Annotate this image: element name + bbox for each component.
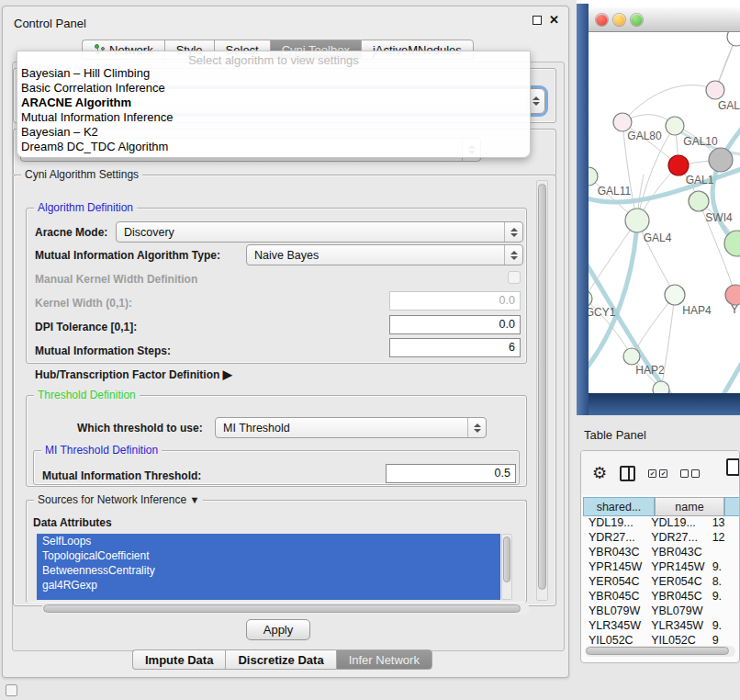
mi-type-combo[interactable]: Naive Bayes: [246, 244, 523, 265]
table-cell[interactable]: YDL19...: [645, 516, 706, 531]
table-row[interactable]: YBR043CYBR043C: [583, 546, 739, 560]
scrollbar-thumb[interactable]: [503, 536, 510, 582]
algorithm-option[interactable]: Bayesian – Hill Climbing: [17, 66, 530, 81]
table-cell[interactable]: YPR145W: [645, 560, 706, 575]
list-vertical-scrollbar[interactable]: [501, 534, 512, 600]
aracne-mode-value: Discovery: [124, 226, 174, 239]
network-node-gcy1[interactable]: [589, 290, 592, 307]
network-node-label: HAP4: [682, 304, 712, 317]
aracne-mode-combo[interactable]: Discovery: [116, 221, 523, 243]
list-item[interactable]: SelfLoops: [37, 534, 500, 548]
table-cell[interactable]: YBR043C: [583, 546, 645, 560]
network-canvas[interactable]: GALGAL80GAL10GAL1GAL11SWI4GAL4GCY1HAP4YH…: [589, 32, 740, 393]
table-row[interactable]: YDR27...YDR27...12: [583, 531, 739, 546]
network-node-gal4[interactable]: [625, 209, 649, 232]
table-cell[interactable]: 12: [707, 531, 739, 546]
which-threshold-combo[interactable]: MI Threshold: [215, 417, 487, 438]
close-traffic-light-icon[interactable]: [596, 14, 608, 26]
network-node-hap2[interactable]: [623, 348, 640, 365]
table-cell[interactable]: YBR043C: [645, 546, 706, 560]
deselect-all-icon[interactable]: [680, 469, 700, 478]
tab-impute-data[interactable]: Impute Data: [132, 649, 225, 670]
tab-discretize-data[interactable]: Discretize Data: [225, 649, 335, 670]
table-horizontal-scrollbar[interactable]: [585, 646, 735, 657]
table-cell[interactable]: YDR27...: [583, 531, 645, 546]
table-cell[interactable]: YBR045C: [583, 590, 645, 604]
list-item[interactable]: TopologicalCoefficient: [37, 548, 500, 563]
algorithm-option-selected[interactable]: ARACNE Algorithm: [17, 96, 530, 110]
zoom-traffic-light-icon[interactable]: [631, 14, 643, 26]
table-panel: ⚙ ✔✔ shared... name YDL19...YDL19...13YD…: [580, 450, 740, 663]
table-cell[interactable]: YER054C: [645, 575, 706, 590]
network-node-gal1[interactable]: [668, 155, 689, 175]
document-icon[interactable]: [726, 458, 740, 476]
table-row[interactable]: YER054CYER054C8.: [583, 575, 739, 590]
algorithm-option[interactable]: Bayesian – K2: [17, 125, 530, 140]
split-view-icon[interactable]: [620, 466, 635, 481]
network-window-titlebar[interactable]: [589, 7, 740, 32]
chevron-updown-icon: [504, 245, 522, 265]
table-cell[interactable]: [707, 546, 739, 560]
mi-threshold-field[interactable]: 0.5: [386, 464, 516, 483]
minimized-panel-icon[interactable]: [6, 684, 17, 696]
table-cell[interactable]: YLR345W: [645, 619, 706, 634]
table-cell[interactable]: YDL19...: [583, 516, 645, 531]
network-node[interactable]: [727, 32, 740, 46]
mi-steps-field[interactable]: 6: [389, 338, 521, 357]
tab-infer-network[interactable]: Infer Network: [336, 649, 432, 670]
table-cell[interactable]: YPR145W: [583, 560, 645, 575]
gear-icon[interactable]: ⚙: [592, 465, 607, 481]
network-node-gal[interactable]: [706, 81, 724, 99]
network-node-gal10[interactable]: [666, 117, 684, 135]
table-row[interactable]: YBL079WYBL079W: [583, 604, 739, 619]
network-node-gal80[interactable]: [613, 113, 632, 131]
dpi-tolerance-field[interactable]: 0.0: [389, 315, 521, 334]
network-node[interactable]: [653, 381, 669, 393]
which-threshold-label: Which threshold to use:: [77, 422, 203, 435]
table-cell[interactable]: [707, 604, 739, 619]
column-header-partial[interactable]: [724, 497, 740, 516]
aracne-mode-label: Aracne Mode:: [35, 226, 107, 239]
network-svg: GALGAL80GAL10GAL1GAL11SWI4GAL4GCY1HAP4YH…: [589, 32, 740, 393]
table-cell[interactable]: 9.: [707, 619, 739, 634]
table-row[interactable]: YLR345WYLR345W9.: [583, 619, 739, 634]
algorithm-option[interactable]: Basic Correlation Inference: [17, 81, 530, 96]
table-cell[interactable]: YBR045C: [645, 590, 706, 604]
network-node-hap4[interactable]: [665, 285, 685, 305]
table-cell[interactable]: 9.: [707, 590, 739, 604]
network-node-gal11[interactable]: [589, 167, 598, 186]
select-all-icon[interactable]: ✔✔: [648, 469, 667, 478]
network-node-swi4[interactable]: [689, 191, 709, 211]
table-row[interactable]: YPR145WYPR145W9.: [583, 560, 739, 575]
table-cell[interactable]: 8.: [707, 575, 739, 590]
table-cell[interactable]: 9.: [707, 560, 739, 575]
settings-vertical-scrollbar[interactable]: [536, 180, 548, 601]
network-node-y[interactable]: [725, 285, 740, 305]
list-item[interactable]: BetweennessCentrality: [37, 563, 500, 578]
scrollbar-thumb[interactable]: [43, 604, 521, 613]
algorithm-option[interactable]: Dream8 DC_TDC Algorithm: [17, 140, 530, 154]
table-cell[interactable]: YDR27...: [645, 531, 706, 546]
algorithm-option[interactable]: Mutual Information Inference: [17, 110, 530, 125]
float-window-icon[interactable]: [533, 16, 542, 25]
table-row[interactable]: YDL19...YDL19...13: [583, 516, 739, 531]
column-header-shared[interactable]: shared...: [583, 497, 655, 516]
table-cell[interactable]: 13: [707, 516, 739, 531]
minimize-traffic-light-icon[interactable]: [613, 14, 625, 26]
table-cell[interactable]: YBL079W: [645, 604, 706, 619]
network-node[interactable]: [709, 148, 733, 172]
manual-kernel-label: Manual Kernel Width Definition: [35, 273, 197, 286]
settings-horizontal-scrollbar[interactable]: [41, 604, 530, 615]
table-row[interactable]: YBR045CYBR045C9.: [583, 590, 739, 604]
table-cell[interactable]: YBL079W: [583, 604, 645, 619]
scrollbar-thumb[interactable]: [538, 184, 546, 590]
table-cell[interactable]: YLR345W: [583, 619, 645, 634]
close-icon[interactable]: ✕: [549, 16, 559, 25]
list-item[interactable]: gal4RGexp: [37, 578, 500, 593]
hub-definition-toggle[interactable]: Hub/Transcription Factor Definition ▶: [35, 367, 232, 381]
apply-button[interactable]: Apply: [246, 619, 310, 640]
sources-toggle[interactable]: Sources for Network Inference ▼: [34, 493, 203, 506]
scrollbar-thumb[interactable]: [586, 647, 729, 655]
column-header-name[interactable]: name: [655, 497, 724, 516]
table-cell[interactable]: YER054C: [583, 575, 645, 590]
